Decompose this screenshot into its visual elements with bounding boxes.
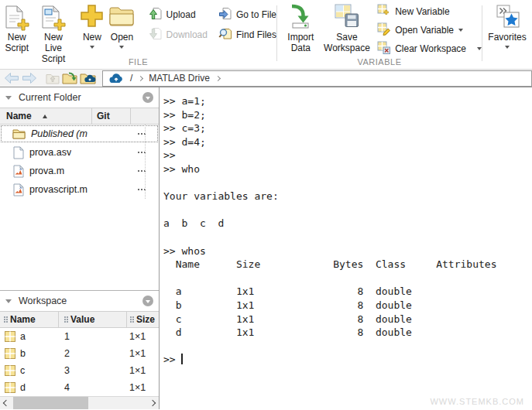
variable-size: 1×1 xyxy=(126,331,159,342)
panel-collapse-icon[interactable] xyxy=(5,96,12,100)
variable-size: 1×1 xyxy=(126,365,159,376)
clear-workspace-icon xyxy=(377,41,390,56)
go-to-file-button[interactable]: Go to File xyxy=(218,7,276,22)
upload-button[interactable]: Upload xyxy=(149,7,208,22)
matlab-drive-cloud-icon xyxy=(109,73,124,84)
up-folder-button[interactable] xyxy=(46,73,60,84)
chevron-down-icon xyxy=(477,47,482,50)
open-variable-button[interactable]: Open Variable xyxy=(377,22,482,37)
panel-menu-icon[interactable] xyxy=(142,296,153,306)
drive-folder-button[interactable] xyxy=(80,72,96,84)
column-value[interactable]: Value xyxy=(58,312,126,327)
scroll-right-icon[interactable] xyxy=(146,397,159,409)
column-size[interactable]: Size xyxy=(126,312,159,327)
workspace-header[interactable]: Workspace xyxy=(0,291,159,311)
toolstrip-section-variable: Import Data Save Workspace xyxy=(277,0,482,69)
row-menu-icon[interactable] xyxy=(138,170,139,172)
watermark: WWW.STEMKB.COM xyxy=(430,397,524,406)
scrollbar-thumb[interactable] xyxy=(13,397,88,409)
variable-icon xyxy=(5,348,15,359)
breadcrumb-root[interactable]: / xyxy=(130,73,132,84)
variable-icon xyxy=(5,365,15,376)
panel-collapse-icon[interactable] xyxy=(5,299,12,303)
horizontal-scrollbar[interactable] xyxy=(0,396,159,409)
drag-handle-icon xyxy=(64,316,66,318)
matlab-file-icon xyxy=(12,165,24,178)
find-files-button[interactable]: Find Files xyxy=(218,27,276,42)
command-window[interactable]: >> a=1; >> b=2; >> c=3; >> d=4; >> >> wh… xyxy=(160,87,532,409)
file-row[interactable]: prova.m xyxy=(0,162,159,180)
file-row[interactable]: Published (m xyxy=(0,125,159,143)
go-to-file-icon xyxy=(218,7,232,22)
row-menu-icon[interactable] xyxy=(138,152,139,153)
column-name[interactable]: Name xyxy=(0,312,58,327)
upload-label: Upload xyxy=(166,9,196,20)
go-to-file-label: Go to File xyxy=(236,9,276,20)
new-script-icon xyxy=(5,5,29,31)
new-script-label: New Script xyxy=(5,32,29,53)
row-menu-icon[interactable] xyxy=(138,133,139,135)
variable-value: 2 xyxy=(58,348,126,359)
new-variable-button[interactable]: New Variable xyxy=(377,4,482,19)
save-workspace-icon xyxy=(335,4,359,31)
address-bar[interactable]: / MATLAB Drive xyxy=(102,70,532,87)
file-list-empty-area xyxy=(0,199,159,290)
back-icon xyxy=(4,72,19,84)
download-icon xyxy=(149,27,162,43)
scroll-left-icon[interactable] xyxy=(0,397,12,409)
folder-icon xyxy=(12,128,26,139)
download-button[interactable]: Download xyxy=(149,27,208,42)
new-icon xyxy=(80,4,104,31)
open-variable-icon xyxy=(377,22,390,38)
panel-menu-icon[interactable] xyxy=(142,92,153,103)
variable-row[interactable]: a 1 1×1 xyxy=(0,328,159,345)
find-files-icon xyxy=(218,27,232,43)
current-folder-column-header: Name Git xyxy=(0,108,159,125)
row-menu-icon[interactable] xyxy=(138,189,139,190)
console-output: >> a=1; >> b=2; >> c=3; >> d=4; >> >> wh… xyxy=(163,95,496,338)
clear-workspace-button[interactable]: Clear Workspace xyxy=(377,41,482,56)
breadcrumb-folder[interactable]: MATLAB Drive xyxy=(149,73,209,84)
breadcrumb-chevron-icon xyxy=(215,75,221,80)
import-data-icon xyxy=(287,4,314,32)
back-button[interactable] xyxy=(4,72,19,84)
import-data-label: Import Data xyxy=(287,32,314,53)
toolstrip-section-file: New Script New Live Script xyxy=(0,0,276,69)
chevron-down-icon xyxy=(119,46,124,49)
up-folder-icon xyxy=(46,73,60,84)
find-files-label: Find Files xyxy=(236,29,276,40)
variable-value: 4 xyxy=(58,382,126,393)
drag-handle-icon xyxy=(130,316,132,318)
variable-name: b xyxy=(20,348,26,359)
current-folder-title: Current Folder xyxy=(19,92,81,103)
new-variable-label: New Variable xyxy=(395,6,449,17)
chevron-down-icon xyxy=(458,29,463,32)
variable-row[interactable]: c 3 1×1 xyxy=(0,362,159,379)
favorites-button[interactable]: Favorites xyxy=(483,0,531,69)
forward-button[interactable] xyxy=(22,72,37,84)
variable-row[interactable]: d 4 1×1 xyxy=(0,379,159,396)
variable-icon xyxy=(5,382,15,393)
console-text: >> a=1; >> b=2; >> c=3; >> d=4; >> >> wh… xyxy=(163,94,496,367)
sort-ascending-icon xyxy=(43,114,47,118)
current-folder-header[interactable]: Current Folder xyxy=(0,87,159,108)
chevron-down-icon xyxy=(505,46,510,49)
browse-folder-icon xyxy=(62,72,77,84)
browse-folder-button[interactable] xyxy=(62,72,77,84)
column-git[interactable]: Git xyxy=(91,108,130,124)
variable-value: 1 xyxy=(58,331,126,342)
column-name[interactable]: Name xyxy=(0,108,91,124)
file-row[interactable]: prova.asv xyxy=(0,143,159,162)
drive-folder-icon xyxy=(80,72,96,84)
file-name: provascript.m xyxy=(29,184,88,195)
workspace-column-header: Name Value Size xyxy=(0,311,159,328)
matlab-file-icon xyxy=(12,183,24,196)
scrollbar-track[interactable] xyxy=(12,397,146,409)
variable-size: 1×1 xyxy=(126,382,159,393)
file-row[interactable]: provascript.m xyxy=(0,180,159,199)
variable-row[interactable]: b 2 1×1 xyxy=(0,345,159,362)
file-list: Published (m prova.asv xyxy=(0,125,159,199)
favorites-icon xyxy=(495,4,520,32)
file-name: Published (m xyxy=(31,128,88,139)
upload-icon xyxy=(149,7,162,22)
